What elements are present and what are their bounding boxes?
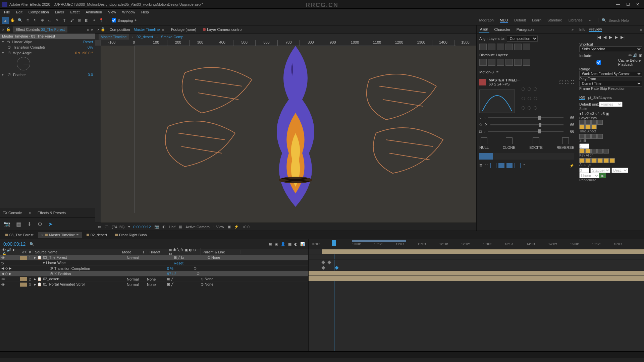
prop-transition-value[interactable]: 0%: [88, 45, 93, 49]
prop-expand-icon[interactable]: ▸: [2, 72, 5, 77]
mode-button[interactable]: [515, 163, 521, 168]
tab-info[interactable]: Info: [579, 27, 585, 32]
menu-animation[interactable]: Animation: [83, 9, 105, 15]
align-top-button[interactable]: [505, 44, 513, 50]
gear-icon[interactable]: ⚙: [38, 221, 42, 227]
lock-icon[interactable]: 🔒: [101, 27, 105, 32]
range-dropdown[interactable]: Work Area Extended By Current..: [579, 71, 642, 77]
magnify-icon[interactable]: ▭: [98, 225, 101, 229]
layer-btn[interactable]: [591, 120, 597, 125]
keyframe[interactable]: [335, 266, 338, 269]
grid-icon[interactable]: ▦: [16, 221, 21, 227]
tab-character[interactable]: Character: [493, 27, 512, 32]
shift-btn[interactable]: [597, 149, 603, 154]
timeline-property[interactable]: ◀ ◇ ▶ ⏱ Transition Completion 0 %⊙: [0, 266, 308, 271]
first-frame-button[interactable]: |◀: [597, 35, 601, 40]
shift-input[interactable]: [579, 143, 589, 149]
prop-expand-icon[interactable]: ▾: [2, 51, 5, 55]
minimize-button[interactable]: —: [616, 2, 620, 7]
align-hcenter-button[interactable]: [488, 44, 495, 50]
timeline-tab[interactable]: 02_desert: [83, 232, 110, 238]
workspace-libraries[interactable]: Libraries: [569, 18, 583, 23]
timeline-property[interactable]: ◀ ◇ ▶ ⏱ X Position 971.2⊙: [0, 271, 308, 277]
workspace-mograph[interactable]: Mograph: [479, 18, 494, 23]
menu-window[interactable]: Window: [119, 9, 138, 15]
effect-reset[interactable]: Reset: [83, 40, 93, 44]
text-tool[interactable]: T: [61, 17, 68, 24]
time-btn[interactable]: [585, 134, 591, 139]
graph-editor-icon[interactable]: 📊: [300, 242, 305, 246]
mode-button[interactable]: [490, 163, 496, 168]
bolt-icon[interactable]: ⚡: [570, 164, 574, 168]
property-track[interactable]: [309, 265, 644, 270]
tab-rift[interactable]: Rift: [579, 95, 585, 100]
viewport[interactable]: -100010020030040050060070080090010001100…: [95, 40, 476, 223]
timeline-layer[interactable]: 👁 3 ▸ 📋 01_Portal Animated Scroll Normal…: [0, 282, 308, 287]
channel-icon[interactable]: ◐: [162, 225, 166, 229]
snapping-toggle[interactable]: Snapping ⌖: [112, 18, 137, 22]
expand-icon[interactable]: ⛶: [559, 80, 563, 84]
snapshot-icon[interactable]: 📷: [154, 225, 159, 229]
effect-controls-tab[interactable]: Effect Controls 03_The Forest: [13, 26, 67, 33]
rotate-tool[interactable]: ↻: [32, 17, 38, 24]
send-icon[interactable]: ➤: [48, 221, 53, 227]
camera-dropdown[interactable]: Active Camera: [185, 225, 210, 229]
angle-dial[interactable]: [17, 57, 30, 70]
overlay-icon[interactable]: ▣: [639, 53, 642, 57]
prop-feather-value[interactable]: 0.0: [88, 73, 93, 77]
align-right-button[interactable]: [497, 44, 504, 50]
mode-button[interactable]: [498, 163, 504, 168]
excite-button[interactable]: EXCITE: [529, 137, 543, 149]
last-frame-button[interactable]: ▶|: [621, 35, 625, 40]
ease-arrow-icon[interactable]: ›: [484, 129, 486, 133]
views-dropdown[interactable]: 1 View: [213, 225, 224, 229]
stopwatch-icon[interactable]: ⏱: [7, 51, 11, 55]
keyalign-btn[interactable]: [609, 158, 615, 163]
zoom-tool[interactable]: 🔍: [17, 17, 23, 24]
breadcrumb-item[interactable]: Smoke Comp: [161, 35, 183, 39]
ease-arrow-icon[interactable]: ‹: [484, 116, 486, 120]
panel-menu-icon[interactable]: ≡: [640, 27, 642, 32]
ease-out-icon[interactable]: □: [479, 129, 482, 133]
property-track[interactable]: [309, 254, 644, 260]
play-button[interactable]: ▶: [609, 35, 612, 40]
anchor-tool[interactable]: ⊕: [39, 17, 46, 24]
draft3d-icon[interactable]: ▣: [275, 242, 278, 246]
clone-tool[interactable]: ⊞: [76, 17, 83, 24]
clone-button[interactable]: CLONE: [503, 137, 516, 149]
curve-icon[interactable]: ⌒: [485, 163, 488, 168]
go-button[interactable]: ▶: [599, 173, 606, 178]
breadcrumb-item[interactable]: 02_desert: [137, 35, 153, 39]
align-to-dropdown[interactable]: Composition: [507, 36, 538, 42]
effects-presets-label[interactable]: Effects & Presets: [38, 211, 66, 215]
linear-dropdown[interactable]: Linear: [579, 173, 599, 178]
layer-btn[interactable]: [585, 120, 591, 125]
pixel-aspect-icon[interactable]: ▣: [227, 225, 231, 229]
breadcrumb-item[interactable]: Master Timeline: [99, 34, 129, 40]
timeline-layer[interactable]: 👁 1 ▸ 📋 03_The Forest Normal ⊞ ╱ fx ⊙ No…: [0, 255, 308, 260]
menu-composition[interactable]: Composition: [26, 9, 52, 15]
distribute-button[interactable]: [479, 59, 487, 66]
preset-dot[interactable]: [534, 87, 537, 91]
preset-dot[interactable]: [528, 106, 531, 110]
effect-name[interactable]: Linear Wipe: [12, 40, 82, 44]
current-time[interactable]: 0:00:09:12: [3, 241, 25, 247]
menu-effect[interactable]: Effect: [67, 9, 82, 15]
brush-tool[interactable]: 🖌: [68, 17, 75, 24]
fast-preview-icon[interactable]: ⚡: [234, 225, 239, 229]
canvas[interactable]: [101, 46, 476, 223]
selection-tool[interactable]: ▲: [2, 17, 9, 24]
workspace-standard[interactable]: Standard: [547, 18, 562, 23]
hand-tool[interactable]: ✋: [9, 17, 16, 24]
fx-console-menu-icon[interactable]: ≡: [29, 211, 31, 215]
up-icon[interactable]: ⌃: [523, 164, 526, 168]
keyalign-btn[interactable]: [597, 158, 603, 163]
keyalign-btn[interactable]: [603, 158, 609, 163]
fullscreen-icon[interactable]: ⛶: [571, 80, 574, 84]
preset-dot[interactable]: [522, 87, 525, 91]
timeline-property[interactable]: fx ▾ Linear Wipe Reset: [0, 260, 308, 266]
roto-tool[interactable]: ✦: [91, 17, 97, 24]
preset-dot[interactable]: [528, 97, 531, 100]
prop-wipe-angle-value[interactable]: 0 x +96.0 °: [75, 51, 93, 55]
layer-track[interactable]: [309, 249, 644, 254]
